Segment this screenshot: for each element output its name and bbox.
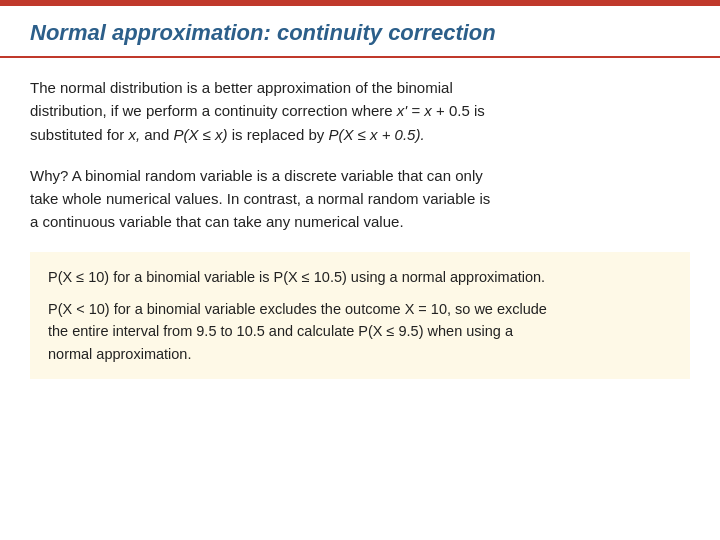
italic-px-leq-x-plus: P(X ≤ x + 0.5). xyxy=(328,126,424,143)
highlight-text-1: P(X ≤ 10) for a binomial variable is P(X… xyxy=(48,269,545,285)
paragraph-1: The normal distribution is a better appr… xyxy=(30,76,690,146)
italic-px-leq-x: P(X ≤ x) xyxy=(173,126,227,143)
page-title: Normal approximation: continuity correct… xyxy=(30,20,690,46)
content-area: The normal distribution is a better appr… xyxy=(0,58,720,391)
italic-x-comma: x, xyxy=(128,126,140,143)
paragraph-1-line2: distribution, if we perform a continuity… xyxy=(30,102,485,119)
highlight-box: P(X ≤ 10) for a binomial variable is P(X… xyxy=(30,252,690,380)
paragraph-2-line2: take whole numerical values. In contrast… xyxy=(30,190,490,207)
italic-x-prime: x' = x xyxy=(397,102,432,119)
paragraph-2: Why? A binomial random variable is a dis… xyxy=(30,164,690,234)
highlight-text-3: the entire interval from 9.5 to 10.5 and… xyxy=(48,323,513,339)
highlight-line-2: P(X < 10) for a binomial variable exclud… xyxy=(48,298,672,365)
page-container: Normal approximation: continuity correct… xyxy=(0,0,720,540)
paragraph-1-line1: The normal distribution is a better appr… xyxy=(30,79,453,96)
paragraph-1-line3: substituted for x, and P(X ≤ x) is repla… xyxy=(30,126,425,143)
paragraph-2-line3: a continuous variable that can take any … xyxy=(30,213,404,230)
paragraph-2-line1: Why? A binomial random variable is a dis… xyxy=(30,167,483,184)
title-area: Normal approximation: continuity correct… xyxy=(0,6,720,58)
highlight-line-1: P(X ≤ 10) for a binomial variable is P(X… xyxy=(48,266,672,288)
highlight-text-2: P(X < 10) for a binomial variable exclud… xyxy=(48,301,547,317)
highlight-text-4: normal approximation. xyxy=(48,346,191,362)
